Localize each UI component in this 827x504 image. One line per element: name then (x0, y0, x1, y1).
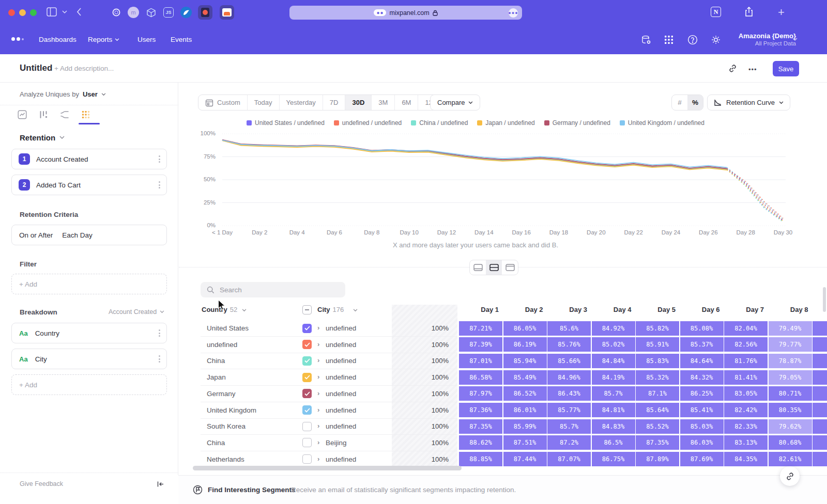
layout-chart-only-icon[interactable] (470, 260, 486, 275)
notion-extension-icon[interactable]: N (711, 7, 721, 17)
expand-row-chevron-icon[interactable]: › (317, 324, 319, 332)
day-column-header[interactable]: Day 3 (547, 306, 591, 313)
nav-dashboards[interactable]: Dashboards (39, 36, 76, 43)
close-window-button[interactable] (8, 9, 15, 16)
retention-value-cell[interactable]: 83.05% (724, 386, 768, 401)
add-breakdown-button[interactable]: + Add (11, 374, 167, 395)
row-checkbox[interactable] (302, 340, 312, 349)
country-header-chevron-icon[interactable] (242, 309, 247, 312)
retention-value-cell[interactable]: 85.83% (636, 354, 679, 368)
settings-gear-icon[interactable] (711, 35, 721, 45)
retention-chart[interactable] (220, 132, 827, 229)
retention-value-cell-partial[interactable] (813, 370, 827, 385)
retention-value-cell[interactable]: 86.19% (503, 337, 547, 352)
retention-value-cell[interactable]: 87.44% (503, 452, 547, 466)
retention-value-cell[interactable]: 85.99% (503, 419, 547, 434)
retention-value-cell[interactable]: 85.02% (592, 337, 635, 352)
retention-value-cell[interactable]: 84.96% (547, 370, 591, 385)
favicon-orange-app[interactable] (220, 5, 234, 20)
retention-value-cell[interactable]: 87.35% (459, 419, 502, 434)
share-link-fab[interactable] (780, 466, 800, 486)
city-header-chevron-icon[interactable] (353, 309, 358, 312)
add-description[interactable]: + Add description... (54, 65, 114, 72)
expand-row-chevron-icon[interactable]: › (317, 422, 319, 430)
retention-value-cell[interactable]: 87.51% (503, 435, 547, 450)
retention-value-cell[interactable]: 82.33% (724, 419, 768, 434)
retention-value-cell-partial[interactable] (813, 321, 827, 336)
retention-value-cell[interactable]: 87.07% (547, 452, 591, 466)
retention-value-cell[interactable]: 85.41% (680, 403, 724, 417)
retention-value-cell[interactable]: 79.05% (769, 370, 812, 385)
add-filter-button[interactable]: + Add (11, 274, 167, 294)
copy-link-icon[interactable] (728, 64, 738, 75)
step-card-account-created[interactable]: 1 Account Created (11, 149, 167, 169)
tab-insights-icon[interactable] (18, 110, 27, 121)
retention-value-cell[interactable]: 80.68% (769, 435, 812, 450)
nav-events[interactable]: Events (171, 36, 192, 43)
data-management-icon[interactable] (641, 35, 652, 45)
retention-value-cell[interactable]: 86.43% (547, 386, 591, 401)
retention-value-cell[interactable]: 87.21% (459, 321, 502, 336)
minimize-window-button[interactable] (19, 9, 26, 16)
favicon-ring[interactable] (109, 5, 124, 20)
retention-value-cell[interactable]: 82.56% (724, 337, 768, 352)
retention-value-cell[interactable]: 86.01% (503, 403, 547, 417)
retention-value-cell[interactable]: 86.52% (503, 386, 547, 401)
day-column-header[interactable]: Day 2 (503, 306, 547, 313)
zoom-window-button[interactable] (30, 9, 37, 16)
retention-value-cell[interactable]: 88.85% (459, 452, 502, 466)
retention-value-cell[interactable]: 84.64% (680, 354, 724, 368)
time-range-7d[interactable]: 7D (323, 95, 345, 110)
retention-value-cell[interactable]: 85.77% (547, 403, 591, 417)
city-column-header[interactable]: City176 (317, 306, 344, 313)
day-column-header[interactable]: Day 8 (769, 306, 812, 313)
retention-value-cell[interactable]: 85.6% (547, 321, 591, 336)
retention-value-cell[interactable]: 84.84% (592, 354, 635, 368)
nav-users[interactable]: Users (137, 36, 156, 43)
kebab-menu-icon[interactable] (159, 155, 160, 163)
retention-value-cell[interactable]: 79.62% (769, 419, 812, 434)
retention-value-cell[interactable]: 87.97% (459, 386, 502, 401)
retention-value-cell-partial[interactable] (813, 354, 827, 368)
chart-type-dropdown[interactable]: Retention Curve (707, 94, 790, 111)
legend-item[interactable]: United Kingdom / undefined (620, 119, 705, 127)
kebab-menu-icon[interactable] (159, 355, 160, 363)
retention-value-cell[interactable]: 87.36% (459, 403, 502, 417)
vertical-scrollbar[interactable] (823, 287, 826, 312)
help-icon[interactable] (687, 35, 698, 45)
breakdown-card-country[interactable]: Aa Country (11, 323, 167, 343)
retention-value-cell[interactable]: 88.62% (459, 435, 502, 450)
retention-value-cell-partial[interactable] (813, 452, 827, 466)
table-search-input[interactable]: Search (201, 282, 345, 297)
row-checkbox[interactable] (302, 438, 312, 447)
retention-value-cell[interactable]: 80.35% (769, 403, 812, 417)
new-tab-icon[interactable]: + (778, 6, 785, 19)
day-column-header[interactable]: Day 6 (680, 306, 724, 313)
legend-item[interactable]: Japan / undefined (477, 119, 534, 127)
retention-value-cell-partial[interactable] (813, 386, 827, 401)
retention-value-cell[interactable]: 84.32% (680, 370, 724, 385)
retention-value-cell[interactable]: 85.91% (636, 337, 679, 352)
retention-value-cell[interactable]: 86.25% (680, 386, 724, 401)
retention-criteria-card[interactable]: On or After Each Day (11, 225, 167, 245)
give-feedback-link[interactable]: Give Feedback (20, 480, 63, 487)
tab-retention-icon[interactable] (81, 110, 90, 121)
retention-value-cell[interactable]: 81.41% (724, 370, 768, 385)
retention-value-cell-partial[interactable] (813, 337, 827, 352)
retention-value-cell[interactable]: 79.77% (769, 337, 812, 352)
more-options-icon[interactable]: ••• (748, 66, 757, 73)
expand-row-chevron-icon[interactable]: › (317, 455, 319, 463)
day-column-header[interactable]: Day 1 (459, 306, 502, 313)
row-checkbox[interactable] (302, 389, 312, 398)
retention-value-cell[interactable]: 87.01% (459, 354, 502, 368)
retention-value-cell[interactable]: 83.13% (724, 435, 768, 450)
apps-grid-icon[interactable] (664, 35, 673, 44)
favicon-js[interactable]: JS (161, 5, 176, 20)
retention-value-cell[interactable]: 85.64% (636, 403, 679, 417)
favicon-m[interactable]: m (126, 5, 141, 20)
retention-value-cell[interactable]: 87.35% (636, 435, 679, 450)
retention-value-cell[interactable]: 81.76% (724, 354, 768, 368)
sidebar-toggle-icon[interactable] (47, 7, 57, 17)
retention-value-cell-partial[interactable] (813, 435, 827, 450)
row-checkbox[interactable] (302, 356, 312, 366)
